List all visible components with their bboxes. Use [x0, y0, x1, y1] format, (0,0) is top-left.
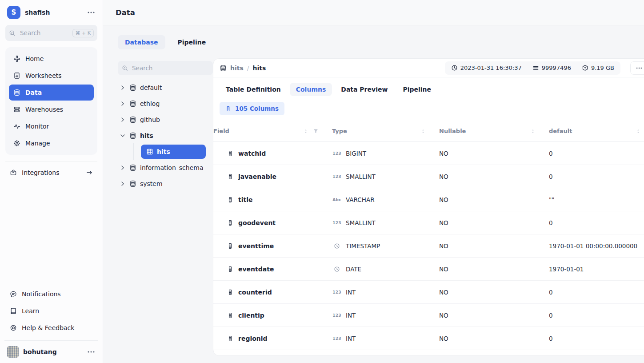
nullable-cell: NO — [439, 150, 549, 157]
view-tab[interactable]: Database — [118, 35, 165, 49]
sidebar-nav: Home Worksheets Data Warehouses Monitor — [5, 47, 97, 155]
columns-table-header: Field Type — [213, 121, 644, 142]
table-tab[interactable]: Columns — [290, 83, 332, 96]
column-icon — [227, 197, 233, 203]
column-header-icons — [420, 129, 426, 134]
tree-node[interactable]: hits — [141, 145, 206, 159]
tree-expander-icon[interactable] — [120, 165, 126, 171]
breadcrumb-database[interactable]: hits — [230, 65, 244, 72]
field-name: clientip — [238, 312, 264, 319]
filter-icon[interactable] — [313, 128, 319, 134]
sort-icon[interactable] — [636, 129, 641, 134]
type-kind-icon: 123 — [332, 336, 342, 341]
field-cell: counterid — [213, 289, 332, 296]
field-cell: watchid — [213, 150, 332, 157]
view-tab[interactable]: Pipeline — [171, 35, 213, 49]
sort-icon[interactable] — [303, 129, 308, 134]
tree-expander-icon[interactable] — [120, 133, 126, 139]
field-cell: clientip — [213, 312, 332, 319]
table-row[interactable]: title Abc VARCHAR NO "" — [213, 188, 644, 211]
nullable-cell: NO — [439, 173, 549, 180]
table-row[interactable]: javaenable 123 SMALLINT NO 0 — [213, 165, 644, 188]
page-title: Data — [116, 8, 135, 17]
column-icon — [225, 106, 231, 112]
sidebar-nav-item[interactable]: Manage — [9, 135, 94, 151]
sidebar-item-integrations[interactable]: Integrations — [5, 165, 97, 181]
column-header[interactable]: default — [549, 128, 644, 134]
type-name: BIGINT — [346, 150, 366, 157]
tree-expander-icon[interactable] — [120, 117, 126, 123]
breadcrumb-separator: / — [247, 65, 249, 72]
workspace-content-row: default ethlog github — [118, 58, 644, 363]
stat-icon — [582, 65, 588, 71]
column-icon — [227, 312, 233, 319]
nullable-cell: NO — [439, 312, 549, 319]
column-icon — [227, 220, 233, 226]
tree-node-icon — [129, 180, 136, 187]
workspace-menu-button[interactable] — [87, 8, 96, 17]
field-cell: regionid — [213, 335, 332, 342]
tree-node[interactable]: ethlog — [118, 96, 213, 112]
avatar[interactable] — [7, 346, 19, 358]
tree-search[interactable] — [118, 61, 213, 75]
type-kind-icon — [332, 243, 342, 249]
column-header[interactable]: Nullable — [439, 128, 549, 134]
tree-expander-icon[interactable] — [120, 85, 126, 91]
column-header[interactable]: Type — [332, 128, 439, 134]
tree-expander-icon[interactable] — [120, 101, 126, 107]
column-header-icons — [303, 128, 319, 134]
tree-search-input[interactable] — [131, 64, 209, 72]
tree-node[interactable]: system — [118, 176, 213, 192]
columns-table: Field Type — [213, 121, 644, 350]
user-menu-button[interactable] — [87, 347, 96, 356]
default-cell: 0 — [549, 312, 644, 319]
sort-icon[interactable] — [420, 129, 426, 134]
sidebar-search-input[interactable] — [19, 29, 69, 37]
sidebar-footer-item[interactable]: Learn — [5, 303, 97, 319]
nav-item-icon — [13, 106, 20, 113]
tree-node[interactable]: information_schema — [118, 160, 213, 176]
nav-item-label: Manage — [25, 140, 50, 147]
table-stat: 9.19 GB — [582, 65, 614, 71]
sidebar-nav-item[interactable]: Home — [9, 51, 94, 67]
sidebar-nav-item[interactable]: Worksheets — [9, 68, 94, 84]
column-header-icons — [530, 129, 536, 134]
sidebar-nav-item[interactable]: Warehouses — [9, 101, 94, 117]
table-more-button[interactable] — [630, 61, 644, 75]
table-tab[interactable]: Table Definition — [220, 83, 287, 96]
nav-item-label: Monitor — [25, 123, 49, 130]
table-row[interactable]: goodevent 123 SMALLINT NO 0 — [213, 211, 644, 234]
sidebar-footer-item[interactable]: Notifications — [5, 286, 97, 302]
ellipsis-icon — [636, 65, 643, 72]
table-row[interactable]: eventtime TIMESTAMP NO 1970-01-01 00:00:… — [213, 234, 644, 258]
nav-item-label: Home — [25, 55, 44, 62]
table-row[interactable]: watchid 123 BIGINT NO 0 — [213, 142, 644, 165]
table-row[interactable]: regionid 123 INT NO 0 — [213, 327, 644, 350]
stat-value: 99997496 — [542, 65, 571, 71]
column-icon — [227, 335, 233, 342]
tree-node-label: hits — [157, 148, 170, 155]
workspace-name: shafish — [25, 9, 82, 16]
tree-node[interactable]: hits — [118, 128, 213, 144]
stat-value: 2023-01-31 16:30:37 — [460, 65, 522, 71]
tree-expander-icon[interactable] — [120, 181, 126, 187]
column-header[interactable]: Field — [213, 128, 332, 134]
table-row[interactable]: clientip 123 INT NO 0 — [213, 304, 644, 327]
nav-item-label: Worksheets — [25, 72, 62, 79]
type-name: INT — [346, 289, 356, 296]
column-header-label: Nullable — [439, 128, 466, 134]
content: Database Pipeline — [103, 25, 644, 363]
tree-node[interactable]: default — [118, 80, 213, 96]
tree-node-icon — [129, 84, 136, 91]
table-row[interactable]: eventdate DATE NO 1970-01-01 — [213, 258, 644, 281]
sidebar-nav-item[interactable]: Monitor — [9, 118, 94, 134]
table-row[interactable]: counterid 123 INT NO 0 — [213, 281, 644, 304]
sort-icon[interactable] — [530, 129, 536, 134]
sidebar-footer-item[interactable]: Help & Feedback — [5, 320, 97, 336]
sidebar-search[interactable]: ⌘ + K — [5, 25, 97, 41]
field-name: title — [238, 196, 252, 203]
table-tab[interactable]: Data Preview — [335, 83, 394, 96]
sidebar-nav-item[interactable]: Data — [9, 85, 94, 101]
table-tab[interactable]: Pipeline — [396, 83, 437, 96]
tree-node[interactable]: github — [118, 112, 213, 128]
